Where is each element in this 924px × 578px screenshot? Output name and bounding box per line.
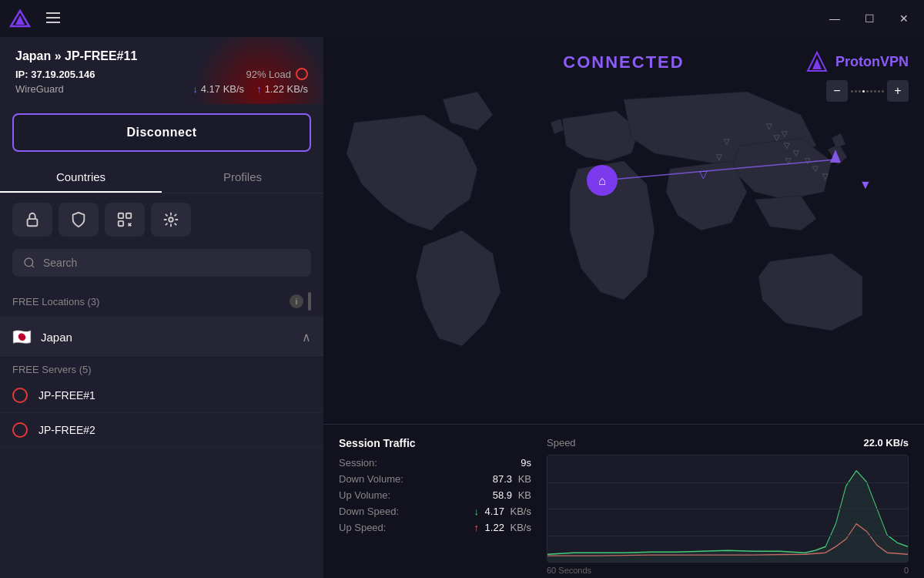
up-speed-arrow-icon: ↑ — [474, 522, 479, 533]
down-speed-label: Down Speed: — [339, 506, 399, 517]
svg-rect-2 — [46, 12, 60, 14]
svg-marker-17 — [547, 471, 908, 562]
server-ip: IP: 37.19.205.146 — [15, 69, 95, 80]
up-speed-unit: KB/s — [511, 522, 531, 533]
free-locations-label: FREE Locations (3) — [12, 296, 99, 307]
chart-time-label: 60 Seconds — [547, 566, 591, 575]
load-text: 92% Load — [246, 69, 291, 80]
right-panel: CONNECTED ProtonVPN − — [323, 37, 924, 578]
minimize-button[interactable]: — — [823, 9, 846, 28]
sidebar: Japan » JP-FREE#11 IP: 37.19.205.146 92%… — [0, 37, 323, 578]
chart-grid-line — [547, 509, 908, 509]
stat-row-session: Session: 9s — [339, 457, 531, 469]
proton-logo-icon — [805, 49, 829, 74]
tab-profiles[interactable]: Profiles — [162, 161, 323, 193]
app-logo-icon — [9, 8, 31, 29]
free-servers-label: FREE Servers (5) — [0, 358, 323, 378]
disconnect-button[interactable]: Disconnect — [12, 113, 311, 152]
country-name-japan: Japan — [41, 331, 302, 344]
map-node-active: ▽ — [699, 168, 708, 180]
filter-p2p-button[interactable] — [105, 203, 145, 237]
speed-chart-label: Speed — [547, 437, 576, 449]
ip-label: IP: — [15, 69, 28, 80]
filter-shield-button[interactable] — [59, 203, 99, 237]
list-item[interactable]: 🇯🇵 Japan ∧ — [0, 317, 323, 358]
server-status-icon — [12, 388, 28, 403]
maximize-button[interactable]: ☐ — [859, 9, 881, 28]
table-row[interactable]: JP-FREE#1 — [0, 378, 323, 413]
zoom-in-button[interactable]: + — [887, 80, 909, 102]
server-load: 92% Load — [246, 68, 308, 80]
server-status-icon — [12, 422, 28, 438]
tabs-bar: Countries Profiles — [0, 161, 323, 193]
down-speed-arrow-icon: ↓ — [474, 506, 479, 517]
zoom-dot — [859, 90, 861, 92]
session-traffic-panel: Session Traffic Session: 9s Down Volume:… — [339, 437, 531, 566]
search-container — [12, 249, 311, 277]
chart-grid-line — [547, 536, 908, 536]
country-list: 🇯🇵 Japan ∧ FREE Servers (5) JP-FREE#1 JP… — [0, 317, 323, 578]
hamburger-menu-button[interactable] — [40, 9, 66, 29]
up-speed-value: 1.22 KB/s — [265, 83, 308, 95]
chart-footer: 60 Seconds 0 — [547, 566, 909, 575]
scrollbar-indicator — [308, 292, 311, 311]
down-vol-unit: KB — [518, 473, 531, 485]
main-layout: Japan » JP-FREE#11 IP: 37.19.205.146 92%… — [0, 37, 924, 578]
title-bar-controls: — ☐ ✕ — [823, 9, 915, 28]
map-node-destination: ▼ — [859, 178, 872, 192]
vpn-text: VPN — [880, 54, 909, 69]
chart-grid-line — [547, 482, 908, 483]
japan-flag-icon: 🇯🇵 — [12, 328, 32, 346]
svg-rect-7 — [126, 213, 131, 218]
session-value: 9s — [521, 457, 531, 469]
stat-row-down-speed: Down Speed: ↓ 4.17 KB/s — [339, 506, 531, 517]
zoom-out-button[interactable]: − — [826, 80, 848, 102]
speed-chart-area: Speed 22.0 KB/s — [547, 437, 909, 566]
close-button[interactable]: ✕ — [893, 9, 915, 28]
connected-badge: CONNECTED — [563, 52, 684, 72]
disconnect-wrapper: Disconnect — [0, 104, 323, 161]
speed-chart-header: Speed 22.0 KB/s — [547, 437, 909, 449]
map-node: ▽ — [812, 164, 819, 173]
zoom-dot — [866, 90, 869, 92]
up-arrow-icon: ↑ — [256, 83, 262, 95]
speed-chart-value: 22.0 KB/s — [863, 437, 909, 449]
info-icon[interactable]: i — [290, 294, 303, 308]
map-node: ▽ — [805, 156, 811, 165]
down-speed-value: 4.17 KB/s — [201, 83, 244, 95]
map-node: ▽ — [822, 172, 829, 180]
filter-icons-bar — [0, 193, 323, 246]
up-vol-unit: KB — [518, 489, 531, 501]
filter-secure-button[interactable] — [12, 203, 52, 237]
chart-time-end: 0 — [904, 566, 909, 575]
down-vol-value: 87.3 KB — [493, 473, 531, 485]
speed-info: ↓ 4.17 KB/s ↑ 1.22 KB/s — [192, 83, 308, 95]
down-vol-label: Down Volume: — [339, 473, 403, 485]
zoom-dot — [874, 90, 876, 92]
title-bar-left — [9, 8, 66, 29]
ip-address: 37.19.205.146 — [31, 69, 95, 80]
zoom-controls: − + — [826, 80, 909, 102]
up-vol-label: Up Volume: — [339, 489, 390, 501]
svg-point-10 — [25, 258, 33, 267]
search-icon — [23, 257, 35, 269]
stat-row-up-speed: Up Speed: ↑ 1.22 KB/s — [339, 522, 531, 533]
server-name: Japan » JP-FREE#11 — [15, 49, 308, 63]
free-locations-right: i — [290, 292, 311, 311]
map-node: ▽ — [785, 156, 792, 165]
svg-rect-3 — [46, 17, 60, 18]
bottom-stats: Session Traffic Session: 9s Down Volume:… — [323, 424, 924, 578]
session-traffic-title: Session Traffic — [339, 437, 531, 449]
filter-tor-button[interactable] — [151, 203, 191, 237]
map-node: ▽ — [716, 153, 722, 161]
map-node: ▽ — [782, 129, 788, 138]
down-arrow-icon: ↓ — [192, 83, 198, 95]
table-row[interactable]: JP-FREE#2 — [0, 413, 323, 448]
svg-rect-5 — [28, 219, 38, 226]
zoom-dot — [855, 90, 857, 92]
load-circle-icon — [296, 68, 308, 80]
protocol-text: WireGuard — [15, 83, 64, 95]
map-area: CONNECTED ProtonVPN − — [323, 37, 924, 424]
search-input[interactable] — [43, 257, 300, 269]
tab-countries[interactable]: Countries — [0, 161, 162, 193]
